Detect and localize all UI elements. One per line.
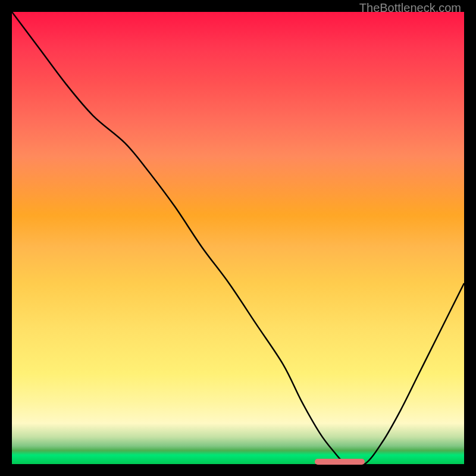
optimal-range-marker xyxy=(315,459,365,465)
chart-container: TheBottleneck.com xyxy=(0,0,476,476)
watermark-text: TheBottleneck.com xyxy=(359,1,461,15)
bottleneck-curve xyxy=(12,12,464,464)
plot-area xyxy=(12,12,464,464)
